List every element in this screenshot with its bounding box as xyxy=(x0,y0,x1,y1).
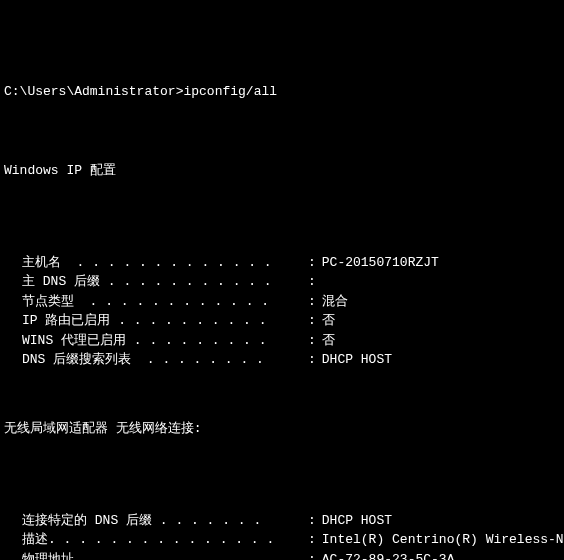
separator: : xyxy=(308,272,316,292)
separator: : xyxy=(308,292,316,312)
config-row: IP 路由已启用 . . . . . . . . . .:否 xyxy=(22,311,564,331)
config-row: WINS 代理已启用 . . . . . . . . .:否 xyxy=(22,331,564,351)
config-value: 否 xyxy=(322,331,564,351)
config-value: PC-20150710RZJT xyxy=(322,253,564,273)
separator: : xyxy=(308,253,316,273)
config-row: 主 DNS 后缀 . . . . . . . . . . .: xyxy=(22,272,564,292)
adapter-label: 描述. . . . . . . . . . . . . . . xyxy=(22,530,302,550)
command-prompt: C:\Users\Administrator>ipconfig/all xyxy=(4,82,564,102)
separator: : xyxy=(308,511,316,531)
config-label: 节点类型 . . . . . . . . . . . . xyxy=(22,292,302,312)
adapter-row: 描述. . . . . . . . . . . . . . .:Intel(R)… xyxy=(22,530,564,550)
adapter-value: AC-72-89-23-5C-3A xyxy=(322,550,564,561)
config-section: 主机名 . . . . . . . . . . . . .:PC-2015071… xyxy=(4,253,564,370)
config-row: DNS 后缀搜索列表 . . . . . . . .:DHCP HOST xyxy=(22,350,564,370)
config-row: 主机名 . . . . . . . . . . . . .:PC-2015071… xyxy=(22,253,564,273)
separator: : xyxy=(308,530,316,550)
config-label: 主机名 . . . . . . . . . . . . . xyxy=(22,253,302,273)
separator: : xyxy=(308,350,316,370)
separator: : xyxy=(308,550,316,561)
config-value xyxy=(322,272,564,292)
config-label: 主 DNS 后缀 . . . . . . . . . . . xyxy=(22,272,302,292)
adapter-row: 连接特定的 DNS 后缀 . . . . . . .:DHCP HOST xyxy=(22,511,564,531)
adapter-section: 连接特定的 DNS 后缀 . . . . . . .:DHCP HOST描述. … xyxy=(4,511,564,561)
ip-config-header: Windows IP 配置 xyxy=(4,161,564,181)
config-label: WINS 代理已启用 . . . . . . . . . xyxy=(22,331,302,351)
adapter-label: 连接特定的 DNS 后缀 . . . . . . . xyxy=(22,511,302,531)
adapter-label: 物理地址. . . . . . . . . . . . . xyxy=(22,550,302,561)
config-value: 混合 xyxy=(322,292,564,312)
adapter-row: 物理地址. . . . . . . . . . . . .:AC-72-89-2… xyxy=(22,550,564,561)
adapter-header: 无线局域网适配器 无线网络连接: xyxy=(4,419,564,439)
adapter-value: DHCP HOST xyxy=(322,511,564,531)
config-value: 否 xyxy=(322,311,564,331)
config-value: DHCP HOST xyxy=(322,350,564,370)
adapter-value: Intel(R) Centrino(R) Wireless-N xyxy=(322,530,564,550)
config-label: DNS 后缀搜索列表 . . . . . . . . xyxy=(22,350,302,370)
separator: : xyxy=(308,311,316,331)
config-row: 节点类型 . . . . . . . . . . . .:混合 xyxy=(22,292,564,312)
config-label: IP 路由已启用 . . . . . . . . . . xyxy=(22,311,302,331)
separator: : xyxy=(308,331,316,351)
